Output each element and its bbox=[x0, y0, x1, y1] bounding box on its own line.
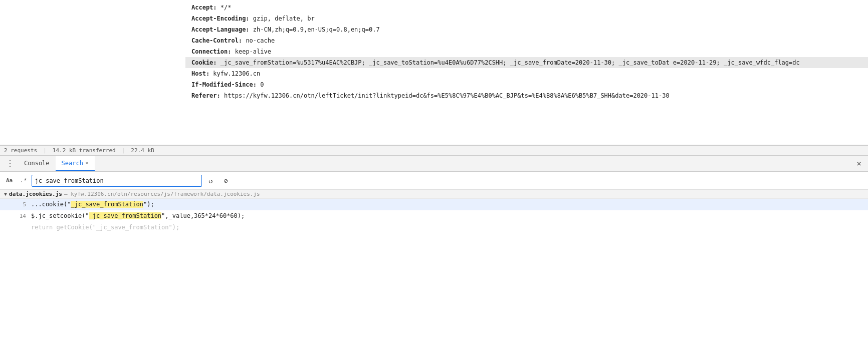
header-value: https://kyfw.12306.cn/otn/leftTicket/ini… bbox=[224, 92, 670, 99]
tab-search[interactable]: Search × bbox=[56, 156, 95, 171]
tab-bar: ⋮ Console Search × × bbox=[0, 156, 868, 172]
tab-console[interactable]: Console bbox=[18, 156, 56, 171]
header-value: */* bbox=[221, 4, 232, 11]
code-line-14: $.jc_setcookie("_jc_save_fromStation",_v… bbox=[31, 211, 245, 221]
header-row: Accept-Encoding: gzip, deflate, br bbox=[185, 13, 868, 24]
header-name: Referer: bbox=[191, 92, 224, 99]
header-row: Cache-Control: no-cache bbox=[185, 35, 868, 46]
header-name: Accept-Language: bbox=[191, 26, 253, 33]
search-bar: Aa .* ↺ ⊘ bbox=[0, 172, 868, 190]
headers-list: Accept: */*Accept-Encoding: gzip, deflat… bbox=[185, 0, 868, 103]
header-row: Accept: */* bbox=[185, 2, 868, 13]
refresh-search-button[interactable]: ↺ bbox=[205, 175, 217, 187]
search-tab-label: Search bbox=[62, 160, 83, 167]
regex-button[interactable]: .* bbox=[18, 176, 28, 185]
total-size: 22.4 kB bbox=[131, 147, 154, 154]
devtools-drawer: ⋮ Console Search × × Aa .* ↺ ⊘ ▼ data.jc… bbox=[0, 155, 868, 350]
search-input[interactable] bbox=[32, 175, 202, 187]
requests-count: 2 requests bbox=[4, 147, 37, 154]
search-input-wrapper bbox=[32, 175, 202, 187]
headers-panel: Accept: */*Accept-Encoding: gzip, deflat… bbox=[0, 0, 868, 145]
network-status-bar: 2 requests | 14.2 kB transferred | 22.4 … bbox=[0, 145, 868, 155]
header-value: gzip, deflate, br bbox=[253, 15, 315, 22]
code-line-5: ...cookie("_jc_save_fromStation"); bbox=[31, 199, 154, 209]
header-value: no-cache bbox=[246, 37, 275, 44]
header-row: Accept-Language: zh-CN,zh;q=0.9,en-US;q=… bbox=[185, 24, 868, 35]
close-search-tab-button[interactable]: × bbox=[85, 160, 89, 166]
line-number-5: 5 bbox=[12, 200, 26, 210]
result-file-path: — kyfw.12306.cn/otn/resources/js/framewo… bbox=[64, 191, 260, 197]
header-name: Accept-Encoding: bbox=[191, 15, 253, 22]
header-name: Host: bbox=[191, 70, 213, 77]
console-tab-label: Console bbox=[24, 160, 50, 167]
header-value: zh-CN,zh;q=0.9,en-US;q=0.8,en;q=0.7 bbox=[253, 26, 380, 33]
result-line-14[interactable]: 14 $.jc_setcookie("_jc_save_fromStation"… bbox=[0, 210, 868, 222]
header-name: Connection: bbox=[191, 48, 235, 55]
header-name: Cache-Control: bbox=[191, 37, 246, 44]
header-row: If-Modified-Since: 0 bbox=[185, 79, 868, 90]
header-value: kyfw.12306.cn bbox=[213, 70, 260, 77]
transferred-size: 14.2 kB transferred bbox=[53, 147, 116, 154]
result-file-name: data.jcookies.js bbox=[9, 191, 62, 197]
result-line-5[interactable]: 5 ...cookie("_jc_save_fromStation"); bbox=[0, 199, 868, 210]
header-value: 0 bbox=[260, 81, 264, 88]
code-line-faded: return getCookie("_jc_save_fromStation")… bbox=[31, 222, 179, 232]
collapse-arrow-icon: ▼ bbox=[4, 191, 7, 197]
header-row: Connection: keep-alive bbox=[185, 46, 868, 57]
header-row: Referer: https://kyfw.12306.cn/otn/leftT… bbox=[185, 90, 868, 101]
header-value: keep-alive bbox=[235, 48, 271, 55]
result-file-header[interactable]: ▼ data.jcookies.js — kyfw.12306.cn/otn/r… bbox=[0, 190, 868, 199]
match-case-button[interactable]: Aa bbox=[4, 176, 15, 185]
line-number-14: 14 bbox=[12, 211, 26, 221]
more-tabs-button[interactable]: ⋮ bbox=[2, 156, 18, 171]
clear-search-button[interactable]: ⊘ bbox=[220, 175, 232, 187]
header-name: Accept: bbox=[191, 4, 221, 11]
close-drawer-button[interactable]: × bbox=[854, 159, 864, 169]
header-name: If-Modified-Since: bbox=[191, 81, 260, 88]
header-name: Cookie: bbox=[191, 59, 221, 66]
header-row: Host: kyfw.12306.cn bbox=[185, 68, 868, 79]
result-line-faded: return getCookie("_jc_save_fromStation")… bbox=[0, 222, 868, 233]
header-value: _jc_save_fromStation=%u5317%u4EAC%2CBJP;… bbox=[221, 59, 800, 66]
header-row: Cookie: _jc_save_fromStation=%u5317%u4EA… bbox=[185, 57, 868, 68]
search-results: ▼ data.jcookies.js — kyfw.12306.cn/otn/r… bbox=[0, 190, 868, 350]
